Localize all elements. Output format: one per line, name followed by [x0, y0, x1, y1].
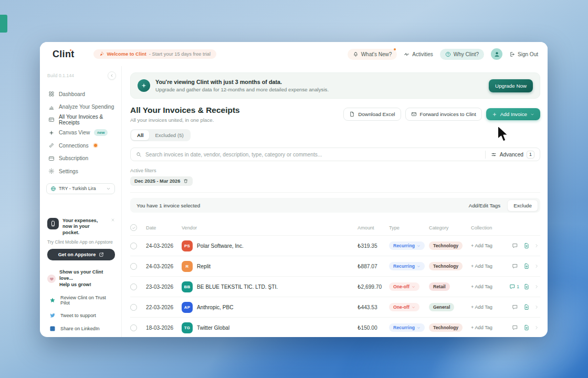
vendor-avatar: PS	[182, 240, 193, 251]
type-pill[interactable]: Recurring	[389, 323, 425, 332]
bell-icon	[353, 51, 359, 57]
mouse-cursor	[497, 125, 509, 143]
type-pill[interactable]: Recurring	[389, 242, 425, 250]
activities-button[interactable]: Activities	[404, 51, 433, 57]
row-checkbox[interactable]	[130, 284, 137, 290]
row-expand-icon[interactable]	[534, 304, 539, 310]
row-date: 22-03-2026	[146, 304, 182, 310]
column-category: Category	[429, 225, 471, 230]
trash-icon[interactable]	[183, 178, 188, 184]
row-expand-icon[interactable]	[534, 284, 539, 289]
tab-excluded[interactable]: Excluded (5)	[149, 130, 189, 140]
comment-icon[interactable]	[512, 324, 519, 331]
row-checkbox[interactable]	[130, 263, 137, 270]
svg-text:in: in	[51, 327, 55, 330]
row-checkbox[interactable]	[130, 243, 137, 249]
link-tweet-to-support[interactable]: Tweet to support	[47, 312, 115, 319]
invoice-file-icon[interactable]	[523, 304, 530, 310]
invoice-file-icon[interactable]	[523, 324, 530, 331]
desktop-accent-square	[0, 15, 7, 33]
sidebar-item-analyze-your-spending[interactable]: Analyze Your Spending	[40, 101, 121, 114]
row-date: 24-03-2026	[146, 243, 182, 249]
table-row[interactable]: 24-03-2026 R Replit ₺887.07 Recurring Te…	[130, 256, 540, 277]
party-icon	[99, 51, 104, 57]
table-row[interactable]: 24-03-2026 PS Polar Software, Inc. ₺319.…	[130, 236, 540, 256]
row-expand-icon[interactable]	[534, 264, 539, 269]
table-row[interactable]: 23-03-2026 BB BE BLUE TEKSTİL TİC. LTD. …	[130, 277, 540, 297]
invoice-file-icon[interactable]	[523, 263, 530, 269]
vendor-name: Replit	[197, 264, 211, 269]
chevron-down-icon	[417, 244, 421, 248]
phone-icon	[47, 218, 59, 229]
sidebar: Build 0.1.144 Dashboard Analyze Your Spe…	[40, 66, 122, 337]
active-filters-label: Active filters	[130, 168, 540, 173]
download-excel-button[interactable]: Download Excel	[343, 108, 401, 121]
row-expand-icon[interactable]	[534, 243, 539, 248]
sign-out-button[interactable]: Sign Out	[509, 51, 538, 57]
globe-icon	[50, 186, 56, 192]
upgrade-now-button[interactable]: Upgrade Now	[489, 79, 533, 92]
currency-select[interactable]: TRY - Turkish Lira	[46, 183, 115, 194]
comment-icon[interactable]: 1	[509, 284, 519, 290]
comment-icon[interactable]	[512, 263, 519, 269]
divider	[130, 192, 540, 193]
forward-invoices-button[interactable]: Forward invoices to Clint	[405, 108, 482, 121]
add-tag-button[interactable]: + Add Tag	[471, 284, 508, 289]
user-avatar[interactable]	[491, 48, 502, 60]
invoice-table: 24-03-2026 PS Polar Software, Inc. ₺319.…	[130, 236, 540, 337]
add-tag-button[interactable]: + Add Tag	[471, 325, 508, 330]
add-invoice-button[interactable]: Add Invoice	[486, 108, 540, 120]
row-checkbox[interactable]	[130, 324, 137, 331]
table-header: Date Vendor Amount Type Category Collect…	[130, 220, 540, 236]
tab-all[interactable]: All	[131, 130, 149, 140]
get-on-appstore-button[interactable]: Get on Appstore	[47, 249, 115, 260]
clint-logo: Clint	[52, 49, 75, 60]
date-filter-chip[interactable]: Dec 2025 - Mar 2026	[130, 176, 193, 186]
sidebar-item-all-your-invoices-receipts[interactable]: All Your Invoices & Receipts	[40, 113, 121, 127]
table-row[interactable]: 18-03-2026 TG Twitter Global ₺150.00 Rec…	[130, 318, 540, 337]
sidebar-item-canvas-view[interactable]: Canvas View new	[40, 127, 121, 140]
row-checkbox[interactable]	[130, 304, 137, 311]
select-all-checkbox[interactable]	[130, 224, 137, 231]
page-subtitle: All your invoices united, in one place.	[130, 117, 240, 123]
exclude-button[interactable]: Exclude	[507, 200, 538, 212]
column-vendor: Vendor	[182, 225, 358, 230]
close-icon[interactable]	[111, 218, 115, 222]
invoice-file-icon[interactable]	[523, 243, 530, 249]
sidebar-item-subscription[interactable]: Subscription	[40, 152, 121, 165]
type-pill[interactable]: One-off	[389, 303, 419, 311]
add-tag-button[interactable]: + Add Tag	[471, 243, 508, 248]
type-pill[interactable]: Recurring	[389, 262, 425, 270]
why-clint-button[interactable]: Why Clint?	[440, 49, 484, 60]
link-review-clint-on-trust-pilot[interactable]: Review Clint on Trust Pilot	[47, 295, 115, 306]
add-edit-tags-button[interactable]: Add/Edit Tags	[464, 201, 505, 211]
add-tag-button[interactable]: + Add Tag	[471, 304, 508, 310]
sidebar-item-dashboard[interactable]: Dashboard	[40, 88, 121, 101]
row-expand-icon[interactable]	[534, 325, 539, 330]
app-window: Clint Welcome to Clint - Start your 15 d…	[40, 42, 548, 337]
receipt-icon	[48, 117, 55, 123]
promo-subtitle: Try Clint Mobile App on Appstore	[47, 239, 115, 245]
heart-icon	[47, 275, 56, 283]
link-share-on-linkedin[interactable]: in Share on LinkedIn	[47, 326, 115, 332]
link-icon	[48, 142, 55, 149]
vendor-name: Anthropic, PBC	[197, 304, 234, 310]
advanced-filter-button[interactable]: Advanced 1	[491, 151, 534, 159]
notification-dot	[394, 48, 396, 50]
row-date: 24-03-2026	[146, 264, 182, 269]
column-collection: Collection	[471, 225, 508, 230]
type-pill[interactable]: One-off	[389, 282, 419, 291]
comment-icon[interactable]	[512, 304, 519, 310]
chevron-down-icon	[106, 186, 111, 191]
main-content: You're viewing Clint with just 3 months …	[122, 66, 548, 337]
comment-icon[interactable]	[512, 243, 519, 249]
whats-new-button[interactable]: What's New?	[348, 49, 397, 60]
invoice-file-icon[interactable]	[523, 284, 530, 290]
sidebar-item-settings[interactable]: Settings	[40, 165, 121, 178]
sidebar-collapse-button[interactable]	[108, 71, 116, 80]
category-pill: Technology	[429, 323, 463, 332]
add-tag-button[interactable]: + Add Tag	[471, 264, 508, 269]
table-row[interactable]: 22-03-2026 AP Anthropic, PBC ₺443.53 One…	[130, 297, 540, 318]
sidebar-item-connections[interactable]: Connections	[40, 139, 121, 152]
search-input[interactable]	[145, 152, 480, 158]
